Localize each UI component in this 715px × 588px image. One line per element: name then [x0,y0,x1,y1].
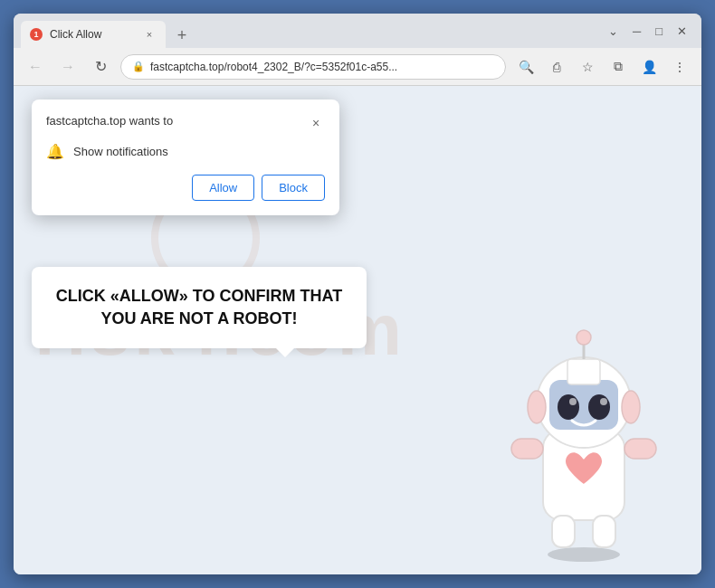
block-button[interactable]: Block [262,175,325,201]
svg-rect-3 [593,516,615,547]
bubble-text: CLICK «ALLOW» TO CONFIRM THAT YOU ARE NO… [53,285,345,330]
browser-window: 1 Click Allow × + ⌄ ─ □ ✕ ← → ↻ 🔒 fastca… [14,14,701,574]
notification-row: 🔔 Show notifications [46,143,325,160]
popup-header: fastcaptcha.top wants to × [46,114,325,132]
allow-button[interactable]: Allow [192,175,254,201]
bookmark-icon[interactable]: ☆ [575,54,600,80]
svg-point-0 [548,547,620,562]
back-button[interactable]: ← [23,54,48,80]
toolbar-icons: 🔍 ⎙ ☆ ⧉ 👤 ⋮ [513,54,692,80]
title-bar: 1 Click Allow × + ⌄ ─ □ ✕ [14,14,701,48]
svg-point-13 [600,398,607,405]
tab-close-button[interactable]: × [142,27,157,42]
svg-rect-4 [511,439,543,459]
robot-image [493,312,674,565]
svg-point-11 [588,394,610,420]
window-close-button[interactable]: ✕ [677,25,687,37]
popup-buttons: Allow Block [46,175,325,201]
profile-icon[interactable]: 👤 [636,54,662,80]
url-bar[interactable]: 🔒 fastcaptcha.top/robot4_2302_B/?c=5352f… [120,54,506,80]
tab-favicon: 1 [30,28,43,41]
bell-icon: 🔔 [46,143,64,160]
svg-rect-5 [624,439,656,459]
reload-button[interactable]: ↻ [88,54,113,80]
menu-icon[interactable]: ⋮ [667,54,692,80]
svg-rect-14 [567,359,600,384]
speech-bubble: CLICK «ALLOW» TO CONFIRM THAT YOU ARE NO… [32,267,367,348]
popup-close-button[interactable]: × [307,114,325,132]
notification-label: Show notifications [73,145,168,158]
minimize-button[interactable]: ─ [633,25,641,37]
tab-area: 1 Click Allow × + [21,14,608,48]
page-content: risk4.com fastcaptcha.top wants to × 🔔 S… [14,86,701,574]
browser-tab[interactable]: 1 Click Allow × [21,21,166,48]
address-bar: ← → ↻ 🔒 fastcaptcha.top/robot4_2302_B/?c… [14,48,701,86]
permission-popup: fastcaptcha.top wants to × 🔔 Show notifi… [32,100,339,215]
url-text: fastcaptcha.top/robot4_2302_B/?c=5352f01… [150,61,494,73]
share-icon[interactable]: ⎙ [544,54,569,80]
svg-point-16 [577,330,591,345]
chevron-down-icon[interactable]: ⌄ [608,25,618,37]
search-icon[interactable]: 🔍 [513,54,539,80]
svg-point-8 [622,391,640,423]
lock-icon: 🔒 [132,61,145,72]
forward-button[interactable]: → [55,54,81,80]
new-tab-button[interactable]: + [169,23,195,48]
maximize-button[interactable]: □ [655,25,663,37]
popup-title: fastcaptcha.top wants to [46,114,173,128]
svg-rect-2 [552,516,575,547]
tab-title: Click Allow [50,28,135,41]
window-controls: ⌄ ─ □ ✕ [608,25,694,37]
split-view-icon[interactable]: ⧉ [605,54,631,80]
svg-point-7 [528,391,546,423]
svg-point-10 [558,394,579,420]
svg-point-12 [569,398,577,405]
